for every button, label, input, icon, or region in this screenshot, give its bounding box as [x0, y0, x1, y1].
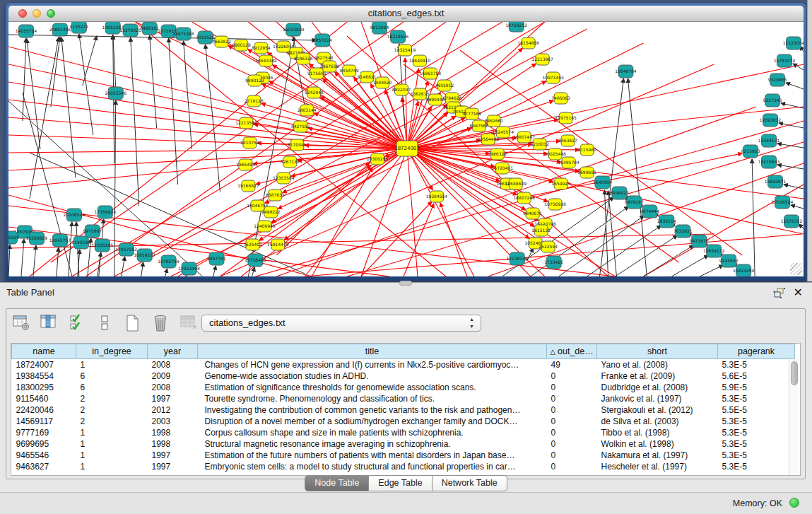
graph-edge[interactable]: [488, 163, 804, 276]
graph-edge[interactable]: [781, 103, 804, 108]
graph-edge[interactable]: [752, 159, 755, 276]
graph-edge[interactable]: [799, 224, 804, 228]
graph-edge[interactable]: [8, 245, 10, 276]
table-vertical-scrollbar[interactable]: [789, 359, 800, 475]
graph-edge[interactable]: [284, 148, 407, 240]
graph-edge[interactable]: [407, 148, 474, 276]
table-cell: Changes of HCN gene expression and I(f) …: [198, 359, 547, 371]
tab-node-table[interactable]: Node Table: [305, 475, 369, 491]
graph-edge[interactable]: [21, 239, 24, 276]
table-row[interactable]: 969969511998Structural magnetic resonanc…: [12, 438, 795, 450]
graph-node-label: 12444131: [758, 138, 780, 143]
graph-edge[interactable]: [213, 266, 216, 276]
graph-node-label: 7857224: [313, 37, 332, 42]
status-bar: Memory: OK: [0, 492, 812, 514]
table-row[interactable]: 1830029562008Estimation of significance …: [12, 382, 795, 393]
graph-edge[interactable]: [254, 124, 407, 148]
table-toolbar: ✕ f(x) citations_edges.txt ▲▼: [12, 313, 801, 339]
table-selector-dropdown[interactable]: citations_edges.txt ▲▼: [201, 315, 481, 332]
table-row[interactable]: 946362711997Embryonic stem cells: a mode…: [12, 461, 795, 472]
table-cell: 2012: [148, 404, 198, 416]
graph-node-label: 9115460: [577, 147, 596, 152]
graph-edge[interactable]: [777, 144, 804, 148]
delete-column-button[interactable]: [151, 313, 170, 332]
table-mode-button[interactable]: [12, 313, 30, 332]
column-header-indegree[interactable]: in_degree: [76, 344, 148, 359]
graph-edge[interactable]: [407, 148, 561, 162]
graph-edge[interactable]: [79, 34, 93, 135]
column-header-title[interactable]: title: [198, 344, 547, 359]
graph-edge[interactable]: [700, 265, 723, 276]
table-row[interactable]: 911546021997Tourette syndrome. Phenomeno…: [12, 393, 795, 404]
graph-node-label: 9890123: [245, 78, 264, 83]
column-header-year[interactable]: year: [148, 344, 198, 359]
graph-node-label: 18640910: [409, 58, 431, 63]
row-height-button[interactable]: [95, 313, 114, 332]
graph-node-label: 2718126: [245, 98, 264, 103]
graph-edge[interactable]: [407, 69, 418, 148]
table-cell: 9115460: [12, 393, 76, 404]
tab-network-table[interactable]: Network Table: [433, 475, 507, 491]
table-cell: 5.3E-5: [718, 393, 795, 404]
table-row[interactable]: 2242004622012Investigating the contribut…: [12, 404, 795, 416]
select-columns-button[interactable]: [68, 313, 86, 332]
graph-edge[interactable]: [671, 255, 708, 276]
graph-node-label: 19166827: [237, 183, 259, 188]
graph-edge[interactable]: [527, 248, 534, 261]
scrollbar-thumb[interactable]: [791, 361, 798, 385]
graph-edge[interactable]: [131, 37, 139, 206]
graph-edge[interactable]: [83, 36, 97, 86]
graph-edge[interactable]: [141, 262, 143, 276]
graph-node-label: 8267130: [281, 159, 300, 164]
graph-edge[interactable]: [587, 226, 661, 276]
network-graph[interactable]: 1405572420691406913527210653287152760216…: [8, 22, 804, 276]
graph-node-label: 12923468: [178, 266, 200, 271]
graph-node-label: 9827546: [314, 55, 334, 60]
table-cell: 18300295: [12, 382, 76, 393]
graph-edge[interactable]: [69, 222, 72, 276]
table-row[interactable]: 977716911998Corpus callosum shape and si…: [12, 427, 795, 438]
graph-edge[interactable]: [291, 148, 407, 176]
column-header-pagerank[interactable]: pagerank: [718, 344, 795, 359]
column-header-short[interactable]: short: [597, 344, 718, 359]
graph-node-label: 2522544: [539, 244, 558, 249]
graph-edge[interactable]: [165, 269, 167, 276]
graph-edge[interactable]: [252, 267, 254, 276]
graph-edge[interactable]: [517, 153, 742, 199]
window-titlebar[interactable]: citations_edges.txt: [8, 6, 804, 22]
column-visibility-button[interactable]: [40, 313, 58, 332]
graph-edge[interactable]: [608, 191, 616, 276]
graph-edge[interactable]: [184, 41, 192, 149]
graph-edge[interactable]: [122, 257, 125, 276]
table-cell: 0: [547, 450, 597, 461]
close-panel-icon[interactable]: ✕: [794, 286, 803, 299]
graph-edge[interactable]: [136, 22, 407, 148]
column-header-name[interactable]: name: [12, 344, 76, 359]
table-cell: 1997: [148, 450, 198, 461]
graph-node-label: 8822037: [392, 87, 411, 92]
graph-edge[interactable]: [643, 245, 693, 276]
graph-edge[interactable]: [30, 37, 59, 199]
table-row[interactable]: 1938455462009Genome-wide association stu…: [12, 370, 795, 382]
graph-edge[interactable]: [206, 45, 220, 192]
float-panel-icon[interactable]: [773, 288, 785, 299]
create-column-button[interactable]: [124, 313, 142, 332]
graph-edge[interactable]: [57, 247, 59, 276]
table-row[interactable]: 1456911722003Disruption of a novel membe…: [12, 416, 795, 427]
window-resize-grip[interactable]: [790, 263, 802, 275]
graph-node-label: 10688609: [505, 181, 527, 186]
graph-edge[interactable]: [169, 38, 178, 185]
table-row[interactable]: 946554611997Estimation of the future num…: [12, 450, 795, 461]
graph-edge[interactable]: [150, 35, 157, 128]
graph-node-label: 8454749: [340, 68, 359, 73]
graph-edge[interactable]: [361, 201, 432, 276]
graph-node-label: 10958107: [134, 252, 155, 257]
network-canvas[interactable]: 1405572420691406913527210653287152760216…: [8, 22, 804, 276]
table-row[interactable]: 1872400712008Changes of HCN gene express…: [12, 359, 795, 371]
graph-edge[interactable]: [786, 83, 804, 89]
column-header-outde[interactable]: △out_de…: [547, 344, 597, 359]
graph-node-label: 15720401: [492, 165, 514, 170]
tab-edge-table[interactable]: Edge Table: [369, 475, 432, 491]
table-cell: 0: [547, 427, 597, 438]
graph-edge[interactable]: [791, 205, 804, 209]
